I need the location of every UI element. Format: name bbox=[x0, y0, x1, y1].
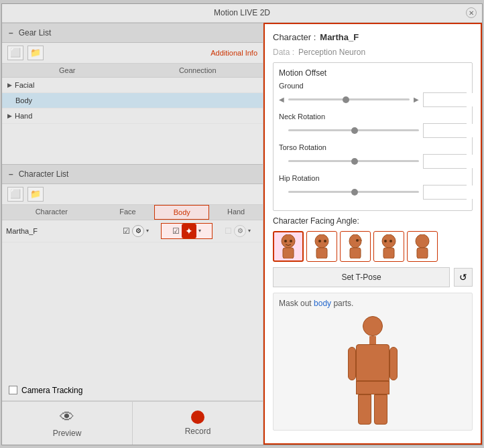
data-value: Perception Neuron bbox=[298, 48, 365, 57]
facing-front-button[interactable] bbox=[273, 231, 304, 262]
torso-value[interactable] bbox=[424, 155, 482, 168]
face-check[interactable]: ☑ bbox=[123, 226, 130, 236]
body-plugin-btn[interactable]: ✦ bbox=[182, 224, 196, 238]
window-title: Motion LIVE 2D bbox=[214, 8, 270, 17]
gear-toolbar-icons: ⬜ 📁 bbox=[7, 46, 44, 60]
additional-info-link[interactable]: Additional Info bbox=[210, 49, 257, 57]
motion-offset-box: Motion Offset Ground ◀ ▶ bbox=[273, 62, 473, 211]
neck-slider-row: ▲ ▼ bbox=[279, 123, 467, 138]
ground-left-arrow[interactable]: ◀ bbox=[279, 96, 284, 103]
char-name-cell: Martha_F bbox=[2, 226, 111, 236]
facing-front-icon bbox=[278, 234, 299, 258]
gear-list-collapse[interactable]: – bbox=[9, 28, 13, 38]
refresh-button[interactable]: ↺ bbox=[454, 268, 473, 287]
ground-value[interactable] bbox=[424, 93, 482, 106]
body-dropdown-arrow[interactable]: ▾ bbox=[198, 228, 201, 234]
face-col-header: Face bbox=[101, 205, 155, 220]
char-list-collapse[interactable]: – bbox=[9, 169, 13, 179]
ground-slider-thumb[interactable] bbox=[343, 96, 349, 103]
hip-slider-track[interactable] bbox=[288, 191, 419, 193]
facing-angle-icons bbox=[273, 231, 473, 262]
preview-icon: 👁 bbox=[60, 408, 74, 426]
hand-expand-arrow[interactable]: ▶ bbox=[7, 113, 12, 119]
gear-row-body[interactable]: Body bbox=[2, 93, 263, 108]
mannequin-figure bbox=[348, 316, 398, 425]
neck-slider-track[interactable] bbox=[288, 129, 419, 131]
hip-slider-row: ▲ ▼ bbox=[279, 185, 467, 200]
torso-slider-thumb[interactable] bbox=[351, 158, 358, 165]
face-dropdown-arrow[interactable]: ▾ bbox=[146, 228, 149, 234]
hip-slider-thumb[interactable] bbox=[351, 189, 358, 196]
gear-row-hand[interactable]: ▶ Hand bbox=[2, 108, 263, 124]
gear-row-facial[interactable]: ▶ Facial bbox=[2, 78, 263, 93]
char-hand-cell: ☐ ⚙ ▾ bbox=[213, 225, 263, 237]
mannequin-torso-row bbox=[348, 344, 398, 381]
mask-body-word: body bbox=[314, 299, 331, 308]
bottom-buttons: 👁 Preview Record bbox=[2, 400, 263, 445]
gear-table-header: Gear Connection bbox=[2, 64, 263, 78]
ground-right-arrow[interactable]: ▶ bbox=[414, 96, 419, 103]
preview-label: Preview bbox=[53, 429, 82, 438]
record-icon bbox=[191, 410, 204, 424]
hand-dropdown-arrow[interactable]: ▾ bbox=[248, 228, 251, 234]
ground-label: Ground bbox=[279, 82, 467, 90]
preview-button[interactable]: 👁 Preview bbox=[2, 401, 133, 445]
ground-offset-row: Ground ◀ ▶ ▲ ▼ bbox=[279, 82, 467, 107]
gear-col-header: Gear bbox=[2, 64, 133, 77]
facing-back-button[interactable] bbox=[407, 231, 438, 262]
close-button[interactable]: ✕ bbox=[466, 7, 477, 18]
svg-point-6 bbox=[318, 240, 321, 242]
folder-gear-button[interactable]: 📁 bbox=[27, 46, 44, 60]
gear-list-header: – Gear List bbox=[2, 23, 263, 43]
motion-offset-title: Motion Offset bbox=[279, 68, 467, 78]
camera-tracking-row: Camera Tracking bbox=[2, 380, 263, 400]
mannequin-hips bbox=[356, 381, 389, 394]
facing-slight-left-button[interactable] bbox=[306, 231, 337, 262]
hip-spinbox: ▲ ▼ bbox=[423, 185, 467, 200]
neck-slider-thumb[interactable] bbox=[351, 127, 358, 134]
new-gear-button[interactable]: ⬜ bbox=[7, 46, 23, 60]
char-toolbar: ⬜ 📁 bbox=[2, 184, 263, 205]
svg-point-8 bbox=[349, 234, 361, 248]
hand-gear-btn[interactable]: ⚙ bbox=[234, 225, 246, 237]
svg-point-2 bbox=[284, 240, 287, 242]
hand-col-header: Hand bbox=[209, 205, 263, 220]
char-body-cell: ☑ ✦ ▾ bbox=[161, 223, 213, 239]
neck-value[interactable] bbox=[424, 124, 482, 137]
svg-point-13 bbox=[384, 240, 387, 242]
record-button[interactable]: Record bbox=[133, 401, 263, 445]
right-inner: Character : Martha_F Data : Perception N… bbox=[265, 24, 481, 439]
gear-conn-hand bbox=[133, 113, 263, 119]
left-panel: – Gear List ⬜ 📁 Additional Info Gear Con… bbox=[2, 23, 263, 445]
gear-conn-facial bbox=[133, 82, 263, 88]
torso-slider-row: ▲ ▼ bbox=[279, 154, 467, 169]
gear-list-title: Gear List bbox=[19, 28, 52, 38]
face-gear-btn[interactable]: ⚙ bbox=[132, 225, 144, 237]
folder-char-button[interactable]: 📁 bbox=[27, 187, 44, 202]
body-check[interactable]: ☑ bbox=[172, 226, 180, 236]
svg-point-10 bbox=[356, 239, 359, 242]
char-col-header: Character bbox=[2, 205, 101, 220]
facing-left-button[interactable] bbox=[340, 231, 371, 262]
svg-point-14 bbox=[389, 240, 392, 242]
ground-spinbox: ▲ ▼ bbox=[423, 92, 467, 107]
gear-toolbar: ⬜ 📁 Additional Info bbox=[2, 43, 263, 64]
facing-back-icon bbox=[412, 234, 433, 258]
facing-back-left-button[interactable] bbox=[373, 231, 404, 262]
svg-point-3 bbox=[290, 240, 292, 242]
record-label: Record bbox=[185, 427, 211, 436]
ground-slider-track[interactable] bbox=[288, 98, 410, 100]
gear-name-body: Body bbox=[2, 93, 137, 108]
new-char-button[interactable]: ⬜ bbox=[7, 187, 23, 202]
camera-tracking-checkbox[interactable] bbox=[9, 386, 17, 394]
hip-value[interactable] bbox=[424, 185, 482, 199]
torso-offset-row: Torso Rotation ▲ ▼ bbox=[279, 143, 467, 169]
set-tpose-row: Set T-Pose ↺ bbox=[273, 267, 473, 287]
facial-expand-arrow[interactable]: ▶ bbox=[7, 82, 12, 88]
facing-back-left-icon bbox=[378, 234, 400, 258]
torso-slider-track[interactable] bbox=[288, 160, 419, 162]
character-label: Character : bbox=[273, 32, 316, 42]
mask-text-after: parts. bbox=[331, 299, 353, 308]
set-tpose-button[interactable]: Set T-Pose bbox=[273, 267, 450, 287]
hand-check-empty[interactable]: ☐ bbox=[225, 226, 232, 236]
